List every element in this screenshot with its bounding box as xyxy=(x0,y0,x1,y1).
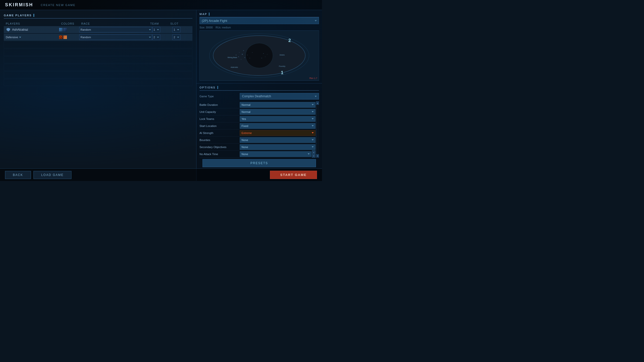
game-type-label: Game Type xyxy=(199,95,240,98)
svg-text:1: 1 xyxy=(281,70,284,75)
svg-point-8 xyxy=(247,55,248,55)
color-box-1a xyxy=(59,28,63,31)
svg-text:2: 2 xyxy=(288,38,291,43)
game-players-header: GAME PLAYERS xyxy=(4,14,192,19)
color-swatch-1[interactable] xyxy=(59,28,79,31)
option-secondary-objectives: Secondary Objectives None xyxy=(199,144,315,151)
svg-point-10 xyxy=(243,50,244,51)
options-list: Battle Duration Normal Unit Capacity Nor… xyxy=(199,101,319,158)
table-row xyxy=(4,49,192,56)
table-header: PLAYERS COLORS RACE TEAM SLOT xyxy=(4,21,192,26)
map-info: Size: 30000 RUs: medium xyxy=(199,26,319,29)
players-table: PLAYERS COLORS RACE TEAM SLOT AshAlcatra… xyxy=(4,21,192,86)
scrollbar-down-button[interactable]: ▼ xyxy=(316,154,319,158)
ai-strength-dropdown[interactable]: Extreme xyxy=(240,130,315,136)
svg-point-17 xyxy=(267,54,267,55)
ai-type-dropdown[interactable]: Defensive xyxy=(6,36,21,39)
ai-strength-arrow xyxy=(312,132,314,133)
slot-arrow-1 xyxy=(177,29,179,30)
map-preview: Mining Base Debris Asteroids Foundry 2 1… xyxy=(199,30,319,81)
col-team: TEAM xyxy=(150,22,170,25)
secondary-objectives-arrow xyxy=(312,146,314,148)
presets-button[interactable]: PRESETS xyxy=(203,159,316,167)
svg-text:Debris: Debris xyxy=(280,54,285,56)
battle-duration-dropdown[interactable]: Normal xyxy=(240,102,315,108)
scrollbar-up-button[interactable]: ▲ xyxy=(316,101,319,105)
map-section: MAP (2P) Arcade Fight Size: 30000 RUs: m… xyxy=(196,10,322,83)
right-panel: MAP (2P) Arcade Fight Size: 30000 RUs: m… xyxy=(196,10,322,181)
team-select-1[interactable]: 1 xyxy=(152,27,160,32)
svg-text:Asteroids: Asteroids xyxy=(231,67,238,68)
game-type-row: Game Type Complex Deathmatch xyxy=(199,92,319,100)
left-panel: GAME PLAYERS PLAYERS COLORS RACE TEAM SL… xyxy=(0,10,196,181)
player-name-1[interactable]: AshAlcatraz xyxy=(4,27,59,32)
team-select-2[interactable]: 2 xyxy=(152,34,160,40)
no-attack-time-arrow xyxy=(308,153,310,155)
options-scrollbar: ▲ ▼ xyxy=(316,101,319,158)
svg-point-15 xyxy=(265,57,265,57)
option-unit-capacity: Unit Capacity Normal xyxy=(199,108,315,115)
svg-point-3 xyxy=(246,43,273,68)
subtitle: CREATE NEW GAME xyxy=(41,4,75,7)
option-bounties: Bounties None xyxy=(199,137,315,144)
map-selector[interactable]: (2P) Arcade Fight xyxy=(199,17,319,24)
slot-select-1[interactable]: 1 xyxy=(172,27,180,32)
team-arrow-2 xyxy=(157,37,159,38)
start-game-button[interactable]: START GAME xyxy=(270,171,317,179)
svg-point-5 xyxy=(238,56,239,57)
player-name-2[interactable]: Defensive xyxy=(4,36,59,39)
game-type-dropdown[interactable]: Complex Deathmatch xyxy=(240,93,319,100)
svg-point-7 xyxy=(245,57,245,58)
dropdown-arrow xyxy=(149,37,151,38)
color-swatch-2[interactable] xyxy=(59,35,79,39)
back-button[interactable]: BACK xyxy=(5,171,31,179)
race-select-2[interactable]: Random xyxy=(79,34,152,40)
scroll-buttons: ▲ ▼ xyxy=(312,150,315,158)
race-wrapper-1: Random xyxy=(79,27,152,32)
start-location-arrow xyxy=(312,125,314,126)
no-attack-time-dropdown[interactable]: None xyxy=(240,151,311,157)
lock-teams-arrow xyxy=(312,118,314,119)
scrollbar-track xyxy=(316,105,319,154)
table-row: AshAlcatraz Random 1 1 xyxy=(4,26,192,33)
team-arrow-1 xyxy=(157,29,159,30)
svg-text:Foundry: Foundry xyxy=(279,65,286,67)
map-name: (2P) Arcade Fight xyxy=(202,19,227,23)
bounties-dropdown[interactable]: None xyxy=(240,137,315,143)
lock-teams-dropdown[interactable]: Yes xyxy=(240,116,315,122)
battle-duration-arrow xyxy=(312,104,314,105)
table-row xyxy=(4,71,192,78)
map-header: MAP xyxy=(199,13,319,17)
race-select-1[interactable]: Random xyxy=(79,27,152,32)
race-wrapper-2: Random xyxy=(79,34,152,40)
main-layout: GAME PLAYERS PLAYERS COLORS RACE TEAM SL… xyxy=(0,10,322,181)
svg-point-11 xyxy=(250,58,250,58)
table-row xyxy=(4,56,192,63)
table-row xyxy=(4,64,192,71)
scroll-up-button[interactable]: ▲ xyxy=(312,150,315,154)
app-title: SKIRMISH xyxy=(5,2,33,8)
scroll-down-button[interactable]: ▼ xyxy=(312,154,315,158)
option-battle-duration: Battle Duration Normal xyxy=(199,101,315,108)
options-section: OPTIONS Game Type Complex Deathmatch Bat… xyxy=(196,83,322,181)
options-header: OPTIONS xyxy=(199,86,319,91)
col-colors: COLORS xyxy=(61,22,81,25)
secondary-objectives-dropdown[interactable]: None xyxy=(240,144,315,150)
start-location-dropdown[interactable]: Fixed xyxy=(240,123,315,129)
unit-capacity-dropdown[interactable]: Normal xyxy=(240,109,315,115)
col-slot: SLOT xyxy=(170,22,190,25)
svg-point-9 xyxy=(239,52,239,53)
table-row xyxy=(4,79,192,86)
col-race: RACE xyxy=(81,22,150,25)
slot-select-2[interactable]: 2 xyxy=(172,34,180,40)
svg-point-4 xyxy=(242,54,243,55)
table-row xyxy=(4,41,192,48)
game-type-arrow xyxy=(315,96,317,97)
option-ai-strength: AI Strength Extreme xyxy=(199,129,315,137)
top-bar: SKIRMISH CREATE NEW GAME xyxy=(0,0,322,10)
svg-text:Mining Base: Mining Base xyxy=(228,57,237,59)
load-game-button[interactable]: LOAD GAME xyxy=(33,171,71,179)
option-start-location: Start Location Fixed xyxy=(199,122,315,129)
color-box-2a xyxy=(59,35,63,39)
color-box-2b xyxy=(63,35,67,39)
